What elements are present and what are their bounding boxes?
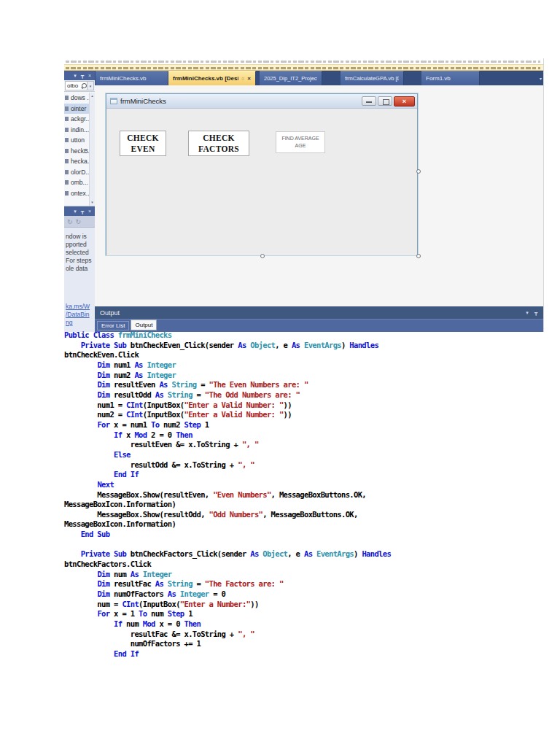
toolbox-item-icon [65,107,69,111]
resize-handle-bottom[interactable] [260,254,265,258]
code-token: MessageBoxIcon.Information) [64,500,176,508]
designed-form[interactable]: frmMiniChecks × CHECKEVENCHECKFACTORSFIN… [106,93,418,255]
document-tab[interactable]: 2025_Dip_IT2_Project:1 [260,71,322,85]
close-icon[interactable]: × [88,73,93,78]
chevron-down-icon[interactable]: ▾ [74,73,78,78]
pin-icon[interactable]: ┳ [534,310,540,315]
refresh-icon[interactable]: ↻ [76,218,82,225]
document-tab[interactable]: Form1.vb [421,71,480,85]
refresh-icon[interactable]: ↻ [67,218,73,225]
chevron-down-icon[interactable]: ▾ [526,310,531,315]
code-token [64,390,97,399]
code-line: num2 = CInt(InputBox("Enter a Valid Numb… [64,410,545,420]
code-token: Step [184,420,201,429]
code-token: x = num1 [109,420,151,429]
document-tab[interactable]: frmMiniChecks.vb [Design]○× [168,71,256,85]
data-sources-title-bar: ▾ ┳ × [64,206,95,216]
code-token: num2 [109,371,134,379]
toolbox-scrollbar[interactable]: ▲▼ [89,93,95,206]
code-token [64,609,97,618]
code-token: frmMiniChecks [118,330,172,339]
cropped-text-strip [64,58,543,64]
code-line: MessageBox.Show(resultEven, "Even Number… [64,490,545,500]
panel-link[interactable]: ka.ms/W [66,303,95,311]
code-token: ", " [238,630,254,638]
toolbox-search-input[interactable]: olbo [65,81,88,90]
tab-overflow-chevron-icon[interactable]: ▾ [540,76,543,81]
search-icon [81,83,87,89]
code-token: btnCheckFactors_Click(sender [126,549,250,558]
code-token: As [159,380,167,389]
toolbox-search-row: olbo ▾ [64,80,95,92]
toolbox-search-text: olbo [67,82,78,89]
code-token: CInt [122,600,139,608]
designer-button-label: CHECK [203,133,235,143]
code-token [64,480,97,489]
code-token: Mod [143,619,155,628]
code-token: For [97,420,109,429]
close-tab-icon[interactable]: × [247,75,251,82]
document-tab[interactable]: frmMiniChecks.vb [96,71,168,85]
scroll-down-icon[interactable]: ▼ [90,201,95,204]
toolbox-item-label: omb... [71,179,88,186]
code-token: , MessageBoxButtons.OK, [271,490,366,499]
code-token: As [131,570,139,578]
code-token: ", " [242,440,259,449]
code-token: resultEven &= x.ToString + [64,440,242,449]
designer-button[interactable]: CHECKFACTORS [188,131,249,156]
code-token: For [97,609,109,618]
code-token: resultFac [109,579,155,588]
code-token: Handles [362,549,391,558]
code-token: Integer [147,360,176,369]
output-tab[interactable]: Output [131,320,157,330]
code-line: For x = num1 To num2 Step 1 [64,420,545,430]
ide-screenshot: ▾ ┳ × olbo ▾ dows ...ointerackgr...indin… [64,58,544,332]
scroll-up-icon[interactable]: ▲ [90,94,95,98]
close-icon[interactable]: × [88,209,93,214]
designer-button[interactable]: CHECKEVEN [120,131,166,156]
code-token: Object [250,341,275,349]
code-token: EventArgs [316,549,354,558]
code-line: End If [64,649,545,659]
code-token: num [147,609,167,618]
code-line: End If [64,470,545,480]
resize-handle-corner[interactable] [416,254,421,258]
search-dropdown-button[interactable]: ▾ [88,81,94,90]
data-sources-body: ndow ispportedselectedFor stepsole data … [64,228,95,332]
code-token: ) [341,341,349,349]
document-tab-strip: frmMiniChecks.vbfrmMiniChecks.vb [Design… [95,71,543,85]
toolbox-item-label: ointer [71,105,86,112]
tab-label: frmMiniChecks.vb [100,75,147,82]
code-line: Dim num1 As Integer [64,360,545,371]
code-token [64,420,97,429]
document-tab[interactable]: frmCalculateGPA.vb [Design] [341,71,404,85]
code-token: numOfFactors += 1 [64,639,201,648]
pin-icon[interactable]: ┳ [81,73,85,78]
data-panel-links: ka.ms/W/DataBinng [66,303,95,327]
code-line: Dim numOfFactors As Integer = 0 [64,589,545,600]
designer-button-label: AGE [295,142,306,150]
output-panel-icons: ▾ ┳ [526,310,543,316]
panel-link[interactable]: /DataBin [66,311,95,319]
toolbox-item-label: utton [71,136,85,144]
form-title-bar: frmMiniChecks × [106,94,417,109]
code-line: Private Sub btnCheckFactors_Click(sender… [64,549,545,560]
pin-icon[interactable]: ┳ [81,209,85,214]
code-token: As [134,371,142,379]
code-token: "Enter a Valid Number: " [184,410,283,419]
designer-button[interactable]: FIND AVERAGEAGE [276,131,325,153]
code-token: Dim [97,390,109,399]
chevron-down-icon[interactable]: ▾ [74,209,78,214]
panel-link[interactable]: ng [66,319,95,327]
maximize-button[interactable] [378,96,392,106]
code-token: CInt [126,400,143,409]
code-token: End If [114,649,139,658]
code-token [64,579,97,588]
output-tab[interactable]: Error List [97,321,129,330]
tab-label: Form1.vb [426,75,451,82]
code-token: MessageBoxIcon.Information) [64,519,176,528]
resize-handle-right[interactable] [416,169,421,174]
minimize-button[interactable] [362,96,376,106]
code-line: Dim resultOdd As String = "The Odd Numbe… [64,390,545,400]
close-button[interactable]: × [394,96,415,107]
